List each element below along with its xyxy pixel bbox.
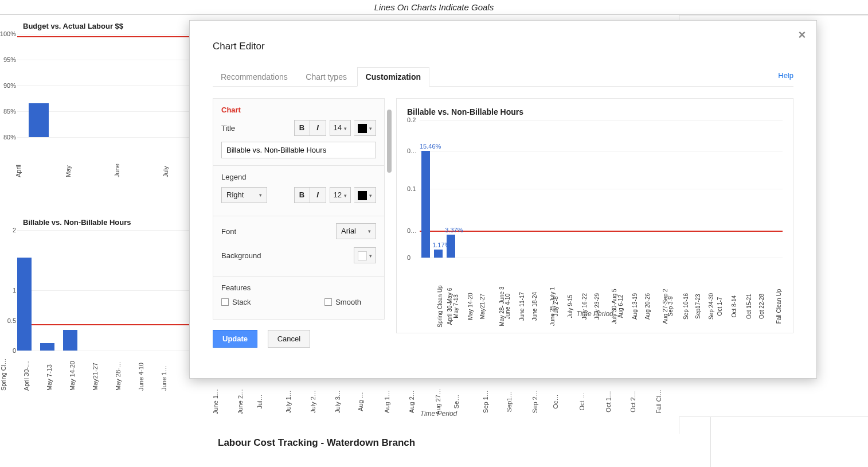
- xlabel: Aug 13-19: [632, 293, 638, 320]
- xlabel: June 1…: [161, 365, 167, 391]
- preview-title: Billable vs. Non-Billable Hours: [407, 107, 783, 116]
- smooth-label: Smooth: [335, 298, 361, 306]
- xlabel: June 4-10: [505, 294, 511, 319]
- bar: [421, 151, 430, 258]
- xlabel: Aug 27…: [435, 388, 441, 415]
- background-label: Background: [221, 251, 350, 260]
- title-italic-button[interactable]: I: [310, 120, 326, 136]
- chart-editor-dialog: × Chart Editor Recommendations Chart typ…: [189, 20, 817, 379]
- xlabel: Oc…: [552, 394, 559, 408]
- data-label: 3.37%: [445, 227, 463, 234]
- ytick: 0…: [407, 227, 417, 234]
- ytick: 95%: [3, 56, 16, 63]
- xlabel: Oct 2…: [630, 391, 636, 412]
- section-chart-header: Chart: [221, 106, 376, 114]
- xlabel: July 1…: [285, 390, 292, 413]
- ytick: 0.1: [407, 185, 416, 192]
- cancel-button[interactable]: Cancel: [268, 330, 310, 348]
- ytick: 0…: [407, 147, 417, 154]
- xlabel: May 14-20: [467, 293, 474, 320]
- title-bold-button[interactable]: B: [294, 120, 310, 136]
- xlabel: June: [114, 164, 120, 177]
- xlabel: June 11-17: [519, 292, 525, 321]
- ytick: 0.5: [7, 317, 16, 324]
- xlabel: July: [162, 166, 169, 177]
- xlabel: May 7-13: [46, 364, 53, 391]
- xlabel: April: [15, 165, 22, 177]
- smooth-checkbox[interactable]: Smooth: [324, 298, 361, 306]
- xlabel: Oct 22-28: [758, 294, 765, 319]
- stack-label: Stack: [232, 298, 251, 306]
- xlabel: July 2…: [310, 390, 316, 413]
- ytick: 1: [13, 287, 16, 294]
- section-title: Labour Cost Tracking - Waterdown Branch: [218, 437, 415, 449]
- xlabel: July 9-15: [567, 295, 573, 318]
- ytick: 85%: [3, 108, 16, 115]
- chart-title-input[interactable]: [221, 142, 376, 158]
- features-label: Features: [221, 283, 376, 292]
- chart-preview: Billable vs. Non-Billable Hours 00…0.10……: [396, 98, 793, 333]
- legend-bold-button[interactable]: B: [294, 187, 310, 203]
- legend-italic-button[interactable]: I: [310, 187, 326, 203]
- xlabel: July 23-29: [594, 293, 600, 320]
- xlabel: May 14-20: [69, 361, 76, 391]
- xlabel: Sep 24-30: [708, 293, 714, 320]
- help-link[interactable]: Help: [778, 71, 793, 80]
- xlabel: Aug 2…: [408, 390, 415, 413]
- xlabel: Spring Clean Up: [437, 285, 443, 327]
- background-color-select[interactable]: [354, 247, 376, 263]
- ytick: 2: [13, 227, 16, 234]
- xlabel: Oct 15-21: [746, 294, 752, 319]
- xlabel: April 30-…: [23, 361, 30, 391]
- sidebar-scrollbar[interactable]: [387, 110, 392, 173]
- sheet-header: Lines On Charts Indicate Goals: [0, 0, 868, 15]
- xlabel: May 7-13: [453, 294, 459, 318]
- legend-position-select[interactable]: Right: [221, 187, 267, 203]
- xlabel: Spring Cl…: [0, 359, 7, 391]
- ytick: 100%: [0, 30, 16, 37]
- xlabel: Oct 1-7: [717, 297, 724, 316]
- font-label: Font: [221, 227, 333, 236]
- title-label: Title: [221, 124, 291, 133]
- xlabel: Se…: [453, 395, 460, 408]
- xlabel: Sep 3-9: [667, 296, 673, 316]
- stack-checkbox[interactable]: Stack: [221, 298, 251, 306]
- xlabel: July 3…: [334, 390, 341, 413]
- close-icon[interactable]: ×: [796, 29, 808, 41]
- xlabel: Oct 8-14: [732, 295, 738, 317]
- bg-chart2-title: Billable vs. Non-Billable Hours: [23, 218, 189, 227]
- data-label: 15.46%: [420, 143, 441, 150]
- bar: [434, 250, 443, 258]
- xlabel: Aug 6-12: [617, 295, 624, 318]
- xlabel: May 28-…: [115, 361, 122, 391]
- bg-chart-billable: Billable vs. Non-Billable Hours 2 1 0.5 …: [0, 218, 189, 391]
- xlabel: Oct 1…: [605, 391, 612, 412]
- xlabel: Sep 10-16: [683, 293, 689, 320]
- bg-chart1-title: Budget vs. Actual Labour $$: [23, 22, 189, 30]
- xlabel: Fall Clean Up: [776, 289, 782, 324]
- font-family-select[interactable]: Arial: [336, 223, 376, 239]
- ytick: 0.2: [407, 116, 416, 123]
- update-button[interactable]: Update: [213, 330, 257, 348]
- tab-recommendations[interactable]: Recommendations: [213, 68, 296, 86]
- xlabel: Aug 20-26: [645, 293, 651, 320]
- legend-font-size-select[interactable]: 12: [330, 187, 351, 203]
- tab-chart-types[interactable]: Chart types: [298, 68, 355, 86]
- title-font-size-select[interactable]: 14: [330, 120, 351, 136]
- xlabel: July 16-22: [581, 293, 588, 320]
- bg-chart-budget: Budget vs. Actual Labour $$ 100% 95% 90%…: [0, 22, 189, 177]
- legend-color-select[interactable]: [354, 187, 376, 203]
- xlabel: May: [65, 165, 72, 177]
- xlabel: Sep17-23: [695, 294, 701, 318]
- tab-customization[interactable]: Customization: [357, 67, 429, 87]
- xlabel: July 2-8: [553, 296, 559, 316]
- xlabel: Aug 1…: [384, 390, 390, 413]
- xlabel: Oct …: [578, 392, 585, 410]
- xlabel: June 1…: [212, 389, 219, 414]
- xlabel: June 2…: [237, 389, 244, 414]
- xlabel: Sep 1…: [482, 390, 489, 413]
- title-color-select[interactable]: [354, 120, 376, 136]
- xlabel: May21-27: [92, 363, 99, 391]
- xlabel: July 30-Aug 5: [611, 289, 617, 324]
- xlabel: Sep 2…: [531, 390, 538, 413]
